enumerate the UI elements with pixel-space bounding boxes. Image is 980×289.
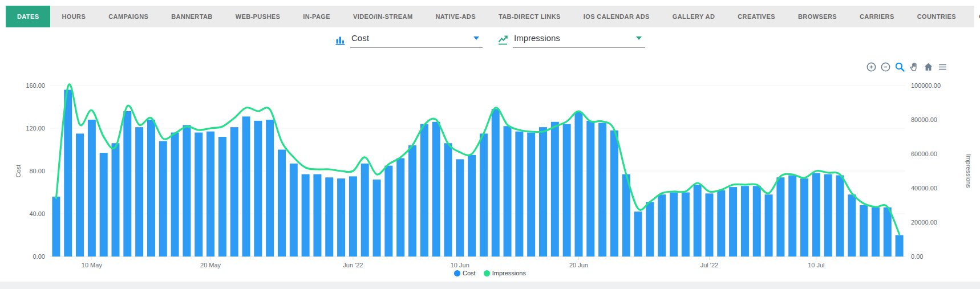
cost-bar[interactable] <box>729 187 737 257</box>
cost-bar[interactable] <box>325 177 333 257</box>
cost-bar[interactable] <box>373 180 381 257</box>
metric1-select[interactable]: Cost <box>350 33 483 48</box>
tab-browsers[interactable]: BROWSERS <box>787 6 848 27</box>
cost-bar[interactable] <box>408 145 416 257</box>
cost-bar[interactable] <box>147 120 155 257</box>
tab-native-ads[interactable]: NATIVE-ADS <box>424 6 487 27</box>
home-icon[interactable] <box>922 61 934 72</box>
cost-bar[interactable] <box>634 211 642 257</box>
cost-bar[interactable] <box>610 131 618 257</box>
legend-label: Cost <box>463 270 476 276</box>
selection-zoom-icon[interactable] <box>894 61 905 72</box>
cost-bar[interactable] <box>574 112 582 257</box>
cost-bar[interactable] <box>504 126 512 257</box>
cost-bar[interactable] <box>658 194 666 257</box>
legend-item-impressions[interactable]: Impressions <box>484 270 526 276</box>
cost-bar[interactable] <box>123 111 131 257</box>
cost-bar[interactable] <box>468 155 476 257</box>
cost-bar[interactable] <box>741 186 749 257</box>
tab-operating-systems[interactable]: OPERATING SYSTEMS <box>967 6 980 27</box>
tab-creatives[interactable]: CREATIVES <box>726 6 787 27</box>
cost-bar[interactable] <box>824 174 832 257</box>
tab-dates[interactable]: DATES <box>6 6 50 27</box>
cost-bar[interactable] <box>361 164 369 257</box>
cost-bar[interactable] <box>76 133 84 257</box>
cost-bar[interactable] <box>694 185 702 257</box>
cost-bar[interactable] <box>396 158 404 257</box>
x-axis-tick-label: 10 May <box>82 262 103 268</box>
cost-bar[interactable] <box>337 178 345 257</box>
cost-bar[interactable] <box>159 141 167 257</box>
cost-bar[interactable] <box>682 193 690 257</box>
cost-bar[interactable] <box>776 177 784 257</box>
cost-bar[interactable] <box>135 127 143 257</box>
cost-bar[interactable] <box>313 174 321 257</box>
cost-bar[interactable] <box>753 186 761 257</box>
cost-bar[interactable] <box>848 194 856 257</box>
zoom-in-icon[interactable] <box>865 61 877 72</box>
cost-bar[interactable] <box>884 207 892 257</box>
cost-bar[interactable] <box>598 123 606 257</box>
metric2-select[interactable]: Impressions <box>513 33 645 48</box>
cost-bar[interactable] <box>88 120 96 257</box>
cost-bar[interactable] <box>765 194 773 257</box>
cost-bar[interactable] <box>266 120 274 257</box>
tab-ios-calendar-ads[interactable]: IOS CALENDAR ADS <box>572 6 661 27</box>
cost-bar[interactable] <box>646 202 654 257</box>
tab-web-pushes[interactable]: WEB-PUSHES <box>224 6 292 27</box>
legend-item-cost[interactable]: Cost <box>454 270 476 276</box>
cost-bar[interactable] <box>218 137 226 257</box>
tab-countries[interactable]: COUNTRIES <box>906 6 967 27</box>
cost-bar[interactable] <box>896 235 904 257</box>
cost-bar[interactable] <box>420 124 428 257</box>
cost-bar[interactable] <box>254 121 262 257</box>
tab-gallery-ad[interactable]: GALLERY AD <box>661 6 727 27</box>
cost-bar[interactable] <box>206 132 214 257</box>
cost-bar[interactable] <box>456 159 464 257</box>
cost-bar[interactable] <box>183 125 191 257</box>
tab-campaigns[interactable]: CAMPAIGNS <box>97 6 160 27</box>
cost-bar[interactable] <box>278 150 286 257</box>
zoom-out-icon[interactable] <box>880 61 891 72</box>
cost-bar[interactable] <box>302 174 310 257</box>
cost-bar[interactable] <box>480 133 488 257</box>
cost-bar[interactable] <box>563 124 571 257</box>
metric1-value: Cost <box>351 33 369 43</box>
cost-bar[interactable] <box>788 176 796 257</box>
cost-bar[interactable] <box>290 164 298 257</box>
cost-bar[interactable] <box>670 193 678 257</box>
cost-bar[interactable] <box>812 173 820 257</box>
cost-bar[interactable] <box>444 143 452 257</box>
cost-bar[interactable] <box>64 90 72 257</box>
cost-bar[interactable] <box>527 133 535 257</box>
cost-bar[interactable] <box>349 176 357 257</box>
cost-bar[interactable] <box>100 153 108 257</box>
cost-bar[interactable] <box>171 133 179 257</box>
cost-bar[interactable] <box>384 166 392 257</box>
cost-bar[interactable] <box>705 193 713 257</box>
cost-bar[interactable] <box>432 122 440 257</box>
cost-bar[interactable] <box>800 178 808 257</box>
cost-bar[interactable] <box>872 207 880 257</box>
tab-tab-direct-links[interactable]: TAB-DIRECT LINKS <box>487 6 572 27</box>
cost-bar[interactable] <box>52 197 60 257</box>
cost-bar[interactable] <box>492 109 500 257</box>
cost-bar[interactable] <box>860 205 868 257</box>
tab-carriers[interactable]: CARRIERS <box>848 6 906 27</box>
tab-video-in-stream[interactable]: VIDEO/IN-STREAM <box>342 6 424 27</box>
cost-bar[interactable] <box>242 116 250 257</box>
tab-in-page[interactable]: IN-PAGE <box>291 6 342 27</box>
cost-bar[interactable] <box>112 143 120 257</box>
cost-bar[interactable] <box>515 132 523 257</box>
cost-bar[interactable] <box>586 121 594 257</box>
cost-bar[interactable] <box>717 190 725 257</box>
tab-hours[interactable]: HOURS <box>50 6 97 27</box>
menu-icon[interactable] <box>937 61 948 72</box>
cost-bar[interactable] <box>836 176 844 257</box>
tab-bannertab[interactable]: BANNERTAB <box>160 6 224 27</box>
cost-bar[interactable] <box>195 133 203 257</box>
cost-bar[interactable] <box>551 122 559 257</box>
cost-bar[interactable] <box>230 127 238 257</box>
pan-icon[interactable] <box>908 61 920 72</box>
cost-bar[interactable] <box>539 127 547 257</box>
